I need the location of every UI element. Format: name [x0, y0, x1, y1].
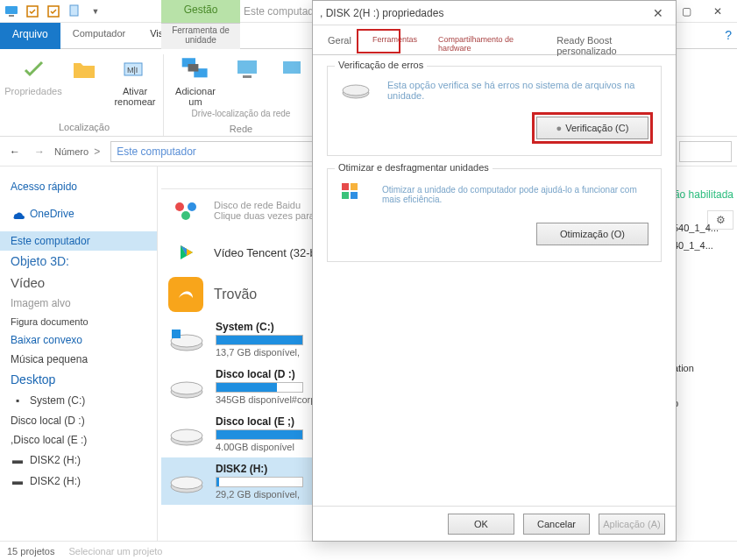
right-info: 540_1_4... 40_1_4... ation p — [667, 167, 737, 542]
drive-free: 4.00GB disponível — [216, 442, 303, 452]
prev-icon[interactable] — [25, 4, 40, 19]
drive-icon — [168, 468, 205, 494]
tab-geral[interactable]: Geral — [318, 29, 361, 54]
apply-button[interactable]: Aplicação (A) — [599, 514, 665, 535]
svg-rect-9 — [188, 64, 199, 72]
doc-icon[interactable] — [67, 4, 82, 19]
svg-point-23 — [171, 382, 202, 394]
sidebar-item-desktop[interactable]: Desktop — [0, 369, 157, 390]
highlight-box — [357, 29, 400, 53]
errchk-text: Esta opção verifica se há erros no siste… — [382, 80, 648, 101]
right-row: 40_1_4... — [671, 237, 733, 254]
nav-back[interactable]: ← — [5, 142, 25, 161]
drive-free: 13,7 GB disponível, — [216, 347, 303, 358]
legend-opt: Otimizar e desfragmentar unidades — [335, 162, 493, 173]
svg-text:M|I: M|I — [127, 66, 138, 74]
drive-icon: ▪ — [11, 393, 25, 408]
check-icon — [18, 54, 48, 84]
nav-forward[interactable]: → — [30, 142, 49, 161]
ribbon-group-location: Propriedades M|I Ativar renomear Localiz… — [5, 54, 164, 136]
rib-properties[interactable]: Propriedades — [12, 54, 54, 107]
cloud-icon — [11, 207, 25, 221]
svg-point-17 — [188, 202, 196, 211]
sidebar-item-onedrive[interactable]: OneDrive — [0, 203, 157, 224]
drive-icon: ▬ — [11, 474, 25, 488]
sidebar-item-imagem[interactable]: Imagem alvo — [0, 294, 157, 313]
cancel-button[interactable]: Cancelar — [523, 514, 590, 535]
col-name[interactable] — [161, 170, 319, 188]
monitor-icon[interactable] — [4, 4, 19, 19]
dialog-close-button[interactable]: ✕ — [648, 3, 669, 24]
tab-computer[interactable]: Computador — [60, 23, 138, 48]
close-button[interactable]: ✕ — [702, 2, 733, 21]
status-selection: Selecionar um projeto — [68, 546, 162, 556]
svg-rect-4 — [70, 5, 78, 16]
sidebar-quick-access[interactable]: Acesso rápido — [0, 174, 157, 196]
sidebar-item-musica[interactable]: Música pequena — [0, 350, 157, 369]
svg-point-29 — [343, 85, 369, 96]
sidebar-item-sysc[interactable]: ▪ System (C:) — [0, 390, 157, 411]
fieldset-optimize: Otimizar e desfragmentar unidades Otimiz… — [327, 168, 662, 262]
rib-net3[interactable] — [274, 54, 311, 107]
svg-point-25 — [171, 429, 202, 442]
computer-small-icon — [278, 54, 308, 84]
svg-point-16 — [175, 202, 184, 211]
sidebar-item-thispc[interactable]: Este computador — [0, 231, 157, 251]
dropdown-icon[interactable]: ▼ — [88, 4, 103, 19]
rib-open[interactable] — [63, 54, 105, 107]
svg-rect-32 — [342, 192, 349, 199]
svg-rect-31 — [351, 183, 358, 190]
context-sub: Ferramenta de unidade — [161, 23, 240, 49]
drive-icon — [168, 373, 205, 400]
network-drive-icon — [181, 54, 210, 84]
quick-launch: ▼ — [4, 4, 103, 19]
drive-small-icon — [340, 77, 372, 103]
check-button[interactable]: ● Verificação (C) — [536, 117, 648, 139]
properties-dialog: , DISK 2(H :) propriedades ✕ Geral Ferra… — [312, 0, 677, 542]
folder-icon — [69, 54, 99, 84]
rib-rename[interactable]: M|I Ativar renomear — [114, 54, 156, 107]
right-row: ation — [671, 359, 733, 377]
ribbon-group-network: Adicionar um Drive-localização da rede R… — [164, 54, 319, 136]
dialog-tabs: Geral Ferramentas Compartilhamento de ha… — [313, 29, 676, 55]
rib-net2[interactable] — [229, 54, 266, 107]
sidebar-item-disk2a[interactable]: ▬ DISK2 (H:) — [0, 450, 157, 471]
check-icon[interactable] — [46, 4, 61, 19]
status-bar: 15 projetos Selecionar um projeto — [0, 541, 737, 560]
sidebar-item-3d[interactable]: Objeto 3D: — [0, 251, 157, 272]
drive-name: Disco local (D :) — [216, 368, 321, 380]
svg-point-18 — [181, 211, 190, 220]
drive-icon: ▬ — [11, 453, 25, 467]
tab-file[interactable]: Arquivo — [0, 23, 60, 49]
sidebar-item-video[interactable]: Vídeo — [0, 272, 157, 294]
drive-free: 29,2 GB disponível, — [216, 489, 303, 500]
ok-button[interactable]: OK — [448, 514, 514, 535]
sidebar-item-locd[interactable]: Disco local (D :) — [0, 411, 157, 430]
search-input[interactable] — [679, 141, 732, 162]
tencent-icon — [168, 235, 203, 270]
drive-usage-bar — [216, 335, 303, 345]
sidebar-item-figdoc[interactable]: Figura documento — [0, 313, 157, 330]
help-icon[interactable]: ? — [725, 28, 732, 42]
drive-name: Disco local (E ;) — [216, 415, 303, 428]
svg-rect-0 — [5, 6, 18, 14]
tab-hardware[interactable]: Compartilhamento de hardware — [429, 29, 545, 54]
rename-icon: M|I — [120, 54, 150, 84]
svg-point-27 — [171, 477, 202, 489]
sidebar-item-disk2b[interactable]: ▬ DISK2 (H:) — [0, 471, 157, 492]
right-row: 540_1_4... — [671, 219, 733, 237]
rib-network-drive[interactable]: Adicionar um — [171, 54, 220, 107]
dialog-buttons: OK Cancelar Aplicação (A) — [313, 506, 676, 541]
trovao-icon — [168, 277, 203, 312]
optimize-button[interactable]: Otimização (O) — [536, 223, 648, 245]
sidebar-item-baixar[interactable]: Baixar convexo — [0, 330, 157, 350]
legend-errchk: Verificação de erros — [335, 60, 427, 70]
context-tab[interactable]: Gestão Ferramenta de unidade — [161, 0, 240, 49]
drive-usage-bar — [216, 382, 303, 393]
svg-rect-21 — [172, 330, 181, 338]
sidebar-item-loce[interactable]: ,Disco local (E :) — [0, 430, 157, 450]
tab-readyboost[interactable]: Ready Boost personalizado — [547, 29, 670, 54]
fieldset-error-check: Verificação de erros Esta opção verifica… — [327, 66, 662, 156]
context-header: Gestão — [161, 0, 240, 23]
defrag-icon — [340, 180, 366, 209]
